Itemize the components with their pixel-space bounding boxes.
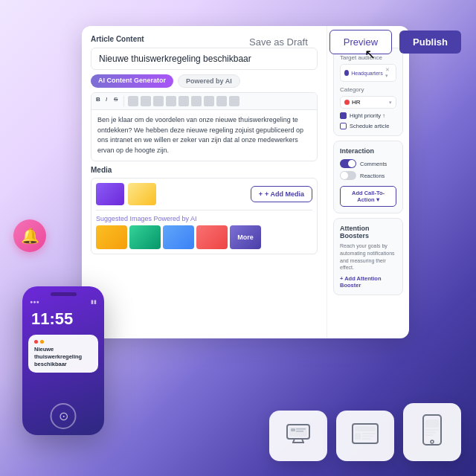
editor-body[interactable]: Ben je klaar om de voordelen van onze ni… bbox=[91, 110, 317, 161]
category-label: Category bbox=[340, 86, 396, 93]
target-audience-label: Target audience bbox=[340, 54, 396, 61]
suggested-label: Suggested Images Powered by AI bbox=[96, 215, 312, 222]
notif-dot-red bbox=[34, 340, 38, 344]
schedule-checkbox[interactable] bbox=[340, 123, 347, 129]
attention-title: Attention Boosters bbox=[340, 225, 396, 239]
suggested-more-button[interactable]: More bbox=[230, 225, 261, 249]
schedule-row: Schedule article bbox=[340, 123, 396, 129]
svg-rect-17 bbox=[425, 431, 436, 433]
svg-rect-15 bbox=[425, 419, 439, 428]
svg-rect-9 bbox=[355, 426, 376, 431]
desktop-icon bbox=[286, 423, 311, 449]
top-toolbar: Save as Draft Preview Publish bbox=[0, 30, 476, 54]
svg-rect-12 bbox=[362, 435, 373, 437]
svg-rect-16 bbox=[425, 429, 439, 431]
bottom-cards bbox=[269, 403, 461, 461]
high-priority-row: Hight priority ↑ bbox=[340, 112, 396, 119]
phone-footer: ⊙ bbox=[51, 403, 77, 429]
phone-status-bar: ●●● ▮▮ bbox=[22, 296, 104, 308]
ai-badges: AI Content Generator Powered by AI bbox=[91, 74, 318, 88]
category-dot bbox=[344, 100, 350, 105]
interaction-title: Interaction bbox=[340, 147, 396, 155]
device-card-1 bbox=[269, 411, 327, 461]
powered-by-badge: Powered by AI bbox=[178, 74, 240, 88]
svg-rect-7 bbox=[296, 431, 303, 432]
article-section: Article Content AI Content Generator Pow… bbox=[82, 26, 327, 338]
phone-mockup: ●●● ▮▮ 11:55 Nieuwe thuiswerkregeling be… bbox=[22, 286, 104, 435]
comments-toggle[interactable] bbox=[340, 159, 356, 168]
media-section-label: Media bbox=[91, 166, 318, 174]
add-media-button[interactable]: + + Add Media bbox=[251, 186, 312, 202]
publish-button[interactable]: Publish bbox=[399, 30, 461, 54]
suggested-img-2[interactable] bbox=[129, 225, 161, 249]
device-card-2 bbox=[336, 411, 394, 461]
media-row: + + Add Media bbox=[96, 183, 312, 205]
notif-dot-orange bbox=[40, 340, 44, 344]
comments-row: Comments bbox=[340, 159, 396, 168]
media-thumb-1 bbox=[96, 183, 124, 205]
interaction-card: Interaction Comments Reactions Add Call-… bbox=[333, 141, 403, 213]
preview-button[interactable]: Preview bbox=[329, 30, 392, 54]
add-cta-button[interactable]: Add Call-To-Action ▾ bbox=[340, 186, 396, 207]
category-select[interactable]: HR ▾ bbox=[340, 96, 396, 109]
suggested-img-1[interactable] bbox=[96, 225, 127, 249]
svg-rect-10 bbox=[355, 433, 361, 440]
category-chevron-icon: ▾ bbox=[389, 100, 392, 106]
bell-icon: 🔔 bbox=[21, 227, 39, 245]
ai-generator-badge[interactable]: AI Content Generator bbox=[91, 74, 173, 88]
audience-dot bbox=[344, 70, 349, 76]
category-value: HR bbox=[352, 99, 361, 106]
suggested-img-4[interactable] bbox=[196, 225, 228, 249]
settings-section: Settings Target audience Headquarters ✕ … bbox=[327, 26, 409, 338]
schedule-label: Schedule article bbox=[350, 123, 389, 129]
svg-rect-11 bbox=[362, 433, 376, 434]
mobile-content-icon bbox=[422, 414, 443, 451]
bell-notification-bubble: 🔔 bbox=[13, 219, 46, 252]
audience-remove-icon[interactable]: ✕ ▾ bbox=[385, 67, 392, 79]
editor-toolbar: B I S bbox=[91, 93, 317, 110]
audience-select[interactable]: Headquarters ✕ ▾ bbox=[340, 64, 396, 82]
comments-label: Comments bbox=[360, 161, 387, 167]
svg-rect-13 bbox=[362, 438, 371, 440]
svg-rect-6 bbox=[296, 428, 306, 430]
network-icon: ●●● bbox=[30, 299, 39, 305]
fingerprint-icon: ⊙ bbox=[59, 409, 68, 423]
notif-dots bbox=[34, 340, 92, 344]
battery-icon: ▮▮ bbox=[91, 299, 97, 305]
reactions-row: Reactions bbox=[340, 171, 396, 180]
editor-panel: Article Content AI Content Generator Pow… bbox=[82, 26, 409, 338]
notification-title: Nieuwe thuiswerkregeling beschikbaar bbox=[34, 346, 92, 367]
rich-text-editor[interactable]: B I S Ben je klaar om de voordelen van o… bbox=[91, 92, 318, 161]
media-box: + + Add Media Suggested Images Powered b… bbox=[91, 178, 318, 254]
svg-rect-5 bbox=[291, 428, 295, 431]
media-section: Media + + Add Media Suggest bbox=[91, 166, 318, 254]
media-thumb-2 bbox=[128, 183, 156, 205]
content-layout-icon bbox=[351, 422, 379, 450]
svg-point-19 bbox=[431, 440, 434, 443]
reactions-label: Reactions bbox=[360, 173, 385, 179]
suggested-row: More bbox=[96, 225, 312, 249]
audience-tag: Headquarters bbox=[351, 71, 382, 76]
high-priority-label: Hight priority ↑ bbox=[350, 112, 385, 119]
plus-icon: + bbox=[259, 190, 263, 198]
phone-time: 11:55 bbox=[22, 308, 104, 330]
device-card-3 bbox=[403, 403, 461, 461]
suggested-img-3[interactable] bbox=[163, 225, 194, 249]
svg-rect-18 bbox=[425, 434, 433, 436]
phone-notification-card: Nieuwe thuiswerkregeling beschikbaar bbox=[28, 335, 98, 373]
reactions-toggle[interactable] bbox=[340, 171, 356, 180]
suggested-images: Suggested Images Powered by AI More bbox=[96, 210, 312, 249]
save-draft-button[interactable]: Save as Draft bbox=[235, 30, 322, 54]
target-audience-card: Target audience Headquarters ✕ ▾ Categor… bbox=[333, 48, 403, 136]
attention-card: Attention Boosters Reach your goals by a… bbox=[333, 218, 403, 295]
add-attention-booster-button[interactable]: + Add Attention Booster bbox=[340, 275, 396, 289]
high-priority-checkbox[interactable] bbox=[340, 112, 347, 119]
attention-text: Reach your goals by automating notificat… bbox=[340, 242, 396, 271]
